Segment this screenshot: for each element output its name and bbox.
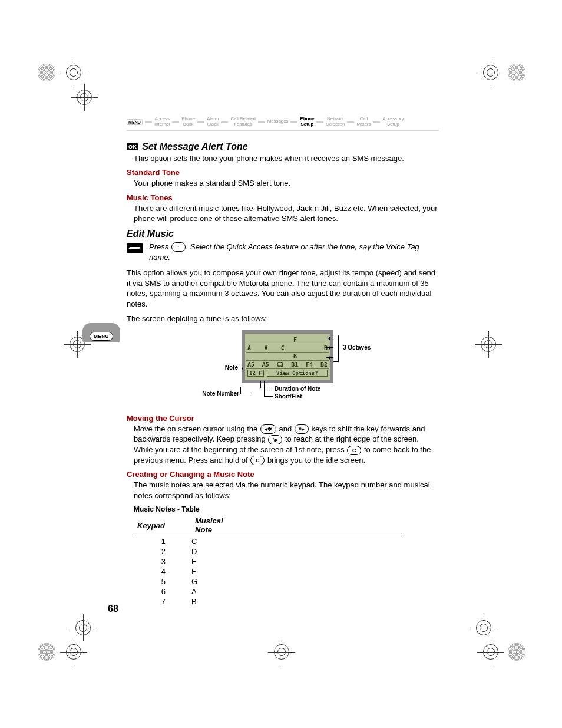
registration-mark [77,90,92,105]
body-text: Your phone makes a standard SMS alert to… [134,178,439,189]
breadcrumb-sep [316,121,323,123]
breadcrumb-item-active: PhoneSetup [300,117,314,127]
key-up-icon: ↑ [171,242,186,252]
key-hash-icon: #▸ [295,424,309,434]
subheading: Creating or Changing a Music Note [127,470,439,479]
body-text: The screen depicting a tune is as follow… [127,314,439,324]
breadcrumb-menu-chip: MENU [127,119,143,125]
callout-duration: Duration of Note [275,386,320,392]
table-row: 4F [134,566,405,577]
callout-note-number: Note Number [201,390,239,397]
print-ornament [38,64,55,81]
table-row: 2D [134,546,405,556]
table-title: Music Notes - Table [134,505,439,513]
subheading: Music Tones [127,193,439,202]
subheading: Standard Tone [127,168,439,177]
body-text: This option allows you to compose your o… [127,268,439,309]
breadcrumb-item: AccessInternet [154,117,170,127]
key-star-icon: ◂✲ [260,424,276,434]
callout-3-octaves: 3 Octaves [343,344,371,351]
key-c-icon: C [250,456,265,465]
table-row: 1C [134,536,405,547]
breadcrumb-sep [221,121,228,123]
breadcrumb-sep [347,121,354,123]
table-header-keypad: Keypad [134,515,191,536]
body-text: Move the on screen cursor using the ◂✲ a… [134,424,439,465]
callout-note: Note [222,364,238,371]
table-row: 5G [134,577,405,587]
print-ornament [508,64,525,81]
table-header-note: Musical Note [191,515,237,536]
key-hash-icon: #▸ [268,435,282,444]
breadcrumb-item: CallMeters [356,117,371,127]
breadcrumb-item: AccessorySetup [382,117,404,127]
breadcrumb-sep [373,121,380,123]
figure-bracket [333,335,339,362]
registration-mark [476,620,491,635]
breadcrumb-item: NetworkSelection [326,117,345,127]
breadcrumb-sep [290,121,297,123]
breadcrumb-sep [258,121,265,123]
registration-mark [483,644,498,660]
phone-screen-mock: F AACB B A5A5C3B1F4B2 12 FView Options? [242,330,333,383]
table-row: 7B [134,597,405,607]
quick-access-text: Press ↑. Select the Quick Access feature… [149,242,439,263]
section-heading: Edit Music [127,229,439,239]
callout-elbow [240,387,250,394]
table-row: 6A [134,587,405,597]
quick-access-note: Press ↑. Select the Quick Access feature… [127,242,439,263]
menu-tab-label: MENU [90,332,113,341]
callout-arrow [239,368,245,368]
registration-mark [75,620,91,635]
body-text: There are different music tones like ‘Ho… [134,203,439,224]
ok-icon: OK [127,143,138,150]
quick-access-icon [127,243,143,253]
print-ornament [508,643,525,661]
breadcrumb-sep [145,121,152,123]
registration-mark [66,644,81,660]
breadcrumb-sep [197,121,204,123]
registration-mark [483,65,498,80]
table-row: 3E [134,556,405,566]
breadcrumb-item: PhoneBook [181,117,195,127]
body-text: The music notes are selected via the num… [134,480,439,500]
breadcrumb-item: Call RelatedFeatures [230,117,255,127]
body-text: This option sets the tone your phone mak… [134,153,439,164]
breadcrumb-sep [172,121,179,123]
callout-arrow [326,338,333,338]
registration-mark [66,65,81,80]
section-title-text: Edit Music [127,229,174,239]
tune-screen-figure: F AACB B A5A5C3B1F4B2 12 FView Options? … [206,330,359,407]
callout-elbow [264,381,273,397]
registration-mark [274,644,289,660]
breadcrumb-bar: MENU AccessInternet PhoneBook AlarmClock… [127,117,439,131]
registration-mark [481,337,496,352]
print-ornament [38,643,55,661]
subheading: Moving the Cursor [127,414,439,423]
section-title-text: Set Message Alert Tone [142,141,247,152]
section-heading: OK Set Message Alert Tone [127,141,439,152]
callout-arrow [326,357,333,358]
key-c-icon: C [347,446,361,455]
callout-shortflat: Short/Flat [275,393,302,400]
menu-tab-graphic: MENU [82,323,120,342]
breadcrumb-item: AlarmClock [207,117,219,127]
page-number: 68 [108,604,118,614]
callout-arrow [326,347,333,348]
music-notes-table: Keypad Musical Note 1C 2D 3E 4F 5G 6A 7B [134,515,405,607]
breadcrumb-item: Messages [267,119,289,124]
